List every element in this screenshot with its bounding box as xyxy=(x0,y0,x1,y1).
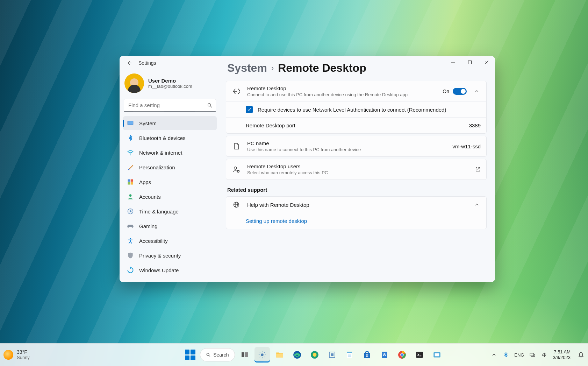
explorer-icon[interactable] xyxy=(272,347,287,363)
accounts-icon xyxy=(127,193,134,200)
help-link[interactable]: Setting up remote desktop xyxy=(226,213,486,229)
taskbar: 33°F Sunny Search W ENG 7:51 AM 3/9/2 xyxy=(0,343,588,366)
weather-widget[interactable]: 33°F Sunny xyxy=(17,349,30,360)
svg-rect-42 xyxy=(367,356,368,357)
svg-rect-48 xyxy=(416,352,423,358)
nav: System Bluetooth & devices Network & int… xyxy=(123,116,217,277)
svg-point-22 xyxy=(207,353,209,356)
breadcrumb-parent[interactable]: System xyxy=(227,62,267,75)
remote-desktop-toggle[interactable] xyxy=(453,88,467,95)
sidebar-item-label: System xyxy=(139,120,157,126)
sidebar-item-label: Accounts xyxy=(139,194,161,200)
minimize-button[interactable] xyxy=(445,56,461,69)
avatar xyxy=(124,73,144,93)
edge-icon[interactable] xyxy=(289,347,305,363)
clock-date: 3/9/2023 xyxy=(553,355,571,360)
svg-rect-24 xyxy=(242,352,244,357)
help-header[interactable]: Help with Remote Desktop xyxy=(226,197,486,213)
clock-icon xyxy=(127,207,134,215)
chrome-icon[interactable] xyxy=(394,347,410,363)
app-icon-1[interactable] xyxy=(324,347,340,363)
svg-rect-32 xyxy=(331,353,334,356)
card-subtitle: Select who can remotely access this PC xyxy=(247,170,469,175)
sidebar-item-label: Time & language xyxy=(139,209,179,214)
apps-icon xyxy=(127,178,134,186)
svg-rect-8 xyxy=(128,121,133,125)
card-title: Remote Desktop xyxy=(247,85,436,91)
svg-rect-50 xyxy=(435,353,439,357)
svg-point-26 xyxy=(261,353,264,356)
system-icon xyxy=(127,119,134,127)
notepad-icon[interactable] xyxy=(342,347,357,363)
language-indicator[interactable]: ENG xyxy=(514,352,524,358)
sidebar-item-time[interactable]: Time & language xyxy=(123,204,217,218)
search-input[interactable] xyxy=(124,99,216,112)
sidebar-item-label: Network & internet xyxy=(139,150,182,156)
card-title: Help with Remote Desktop xyxy=(247,202,467,208)
svg-rect-51 xyxy=(530,353,534,356)
sidebar-item-system[interactable]: System xyxy=(123,116,217,130)
help-card: Help with Remote Desktop Setting up remo… xyxy=(226,196,487,229)
weather-cond: Sunny xyxy=(17,355,30,360)
svg-line-6 xyxy=(210,106,212,107)
start-button[interactable] xyxy=(182,347,198,363)
pc-name-card[interactable]: PC name Use this name to connect to this… xyxy=(226,136,487,157)
chevron-up-icon[interactable] xyxy=(473,87,481,95)
nla-row[interactable]: Require devices to use Network Level Aut… xyxy=(226,101,486,117)
port-row: Remote Desktop port 3389 xyxy=(226,117,486,133)
wifi-icon xyxy=(127,149,134,156)
profile-block[interactable]: User Demo m__lab@outlook.com xyxy=(123,70,217,98)
notifications-icon[interactable] xyxy=(578,351,585,358)
close-button[interactable] xyxy=(478,56,495,69)
pc-name-value: vm-w11-ssd xyxy=(452,143,481,149)
terminal-icon[interactable] xyxy=(412,347,427,363)
svg-rect-34 xyxy=(347,352,352,353)
sidebar-item-label: Apps xyxy=(139,179,151,185)
task-view-icon[interactable] xyxy=(237,347,252,363)
maximize-button[interactable] xyxy=(461,56,478,69)
svg-point-17 xyxy=(234,167,237,169)
clock-time: 7:51 AM xyxy=(554,349,571,355)
sidebar-item-gaming[interactable]: Gaming xyxy=(123,219,217,233)
gaming-icon xyxy=(127,222,134,230)
sidebar-item-label: Bluetooth & devices xyxy=(139,135,186,141)
svg-rect-1 xyxy=(468,61,472,64)
app-title: Settings xyxy=(138,60,156,66)
taskbar-clock[interactable]: 7:51 AM 3/9/2023 xyxy=(553,349,571,360)
settings-taskbar-icon[interactable] xyxy=(254,347,270,363)
word-icon[interactable]: W xyxy=(377,347,392,363)
back-button[interactable] xyxy=(125,59,134,67)
app-icon-2[interactable] xyxy=(429,347,445,363)
sidebar-item-accessibility[interactable]: Accessibility xyxy=(123,234,217,248)
sidebar-item-accounts[interactable]: Accounts xyxy=(123,190,217,204)
chevron-up-icon[interactable] xyxy=(473,201,481,209)
sidebar-item-apps[interactable]: Apps xyxy=(123,175,217,189)
paintbrush-icon xyxy=(127,163,134,171)
svg-point-14 xyxy=(129,194,132,197)
nla-checkbox[interactable] xyxy=(246,106,253,113)
weather-icon[interactable] xyxy=(3,350,13,360)
card-subtitle: Use this name to connect to this PC from… xyxy=(247,147,446,152)
volume-tray-icon[interactable] xyxy=(541,351,548,358)
sidebar-item-label: Privacy & security xyxy=(139,253,181,259)
network-tray-icon[interactable] xyxy=(529,351,536,358)
card-subtitle: Connect to and use this PC from another … xyxy=(247,92,436,97)
search-icon xyxy=(207,103,213,108)
card-title: PC name xyxy=(247,140,446,146)
sidebar-item-update[interactable]: Windows Update xyxy=(123,263,217,277)
svg-line-23 xyxy=(209,356,210,357)
store-icon[interactable] xyxy=(359,347,375,363)
remote-users-card[interactable]: Remote Desktop users Select who can remo… xyxy=(226,159,487,180)
sidebar-item-network[interactable]: Network & internet xyxy=(123,146,217,160)
bluetooth-tray-icon[interactable] xyxy=(502,351,509,358)
tray-chevron-icon[interactable] xyxy=(490,351,497,358)
edge-dev-icon[interactable] xyxy=(307,347,322,363)
remote-desktop-header[interactable]: Remote Desktop Connect to and use this P… xyxy=(226,81,486,101)
taskbar-search[interactable]: Search xyxy=(200,348,235,361)
profile-name: User Demo xyxy=(148,78,192,84)
sidebar-item-privacy[interactable]: Privacy & security xyxy=(123,248,217,262)
svg-rect-12 xyxy=(128,182,130,185)
sidebar-item-label: Gaming xyxy=(139,223,158,229)
sidebar-item-personalization[interactable]: Personalization xyxy=(123,160,217,174)
sidebar-item-bluetooth[interactable]: Bluetooth & devices xyxy=(123,131,217,145)
